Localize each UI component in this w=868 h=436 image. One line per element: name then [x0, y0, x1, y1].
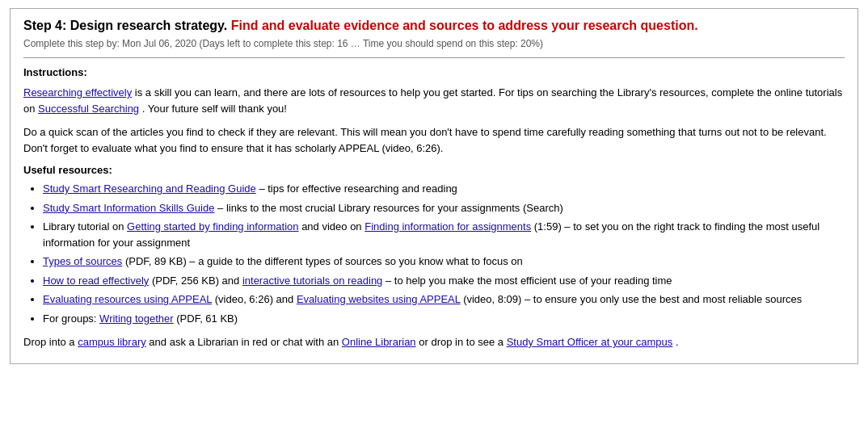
main-container: Step 4: Design research strategy. Find a… — [10, 8, 858, 364]
divider — [23, 57, 845, 58]
link-writing-together[interactable]: Writing together — [99, 312, 174, 325]
step-title: Step 4: Design research strategy. Find a… — [23, 19, 845, 33]
link-campus-library[interactable]: campus library — [78, 336, 146, 348]
list-item: Types of sources (PDF, 89 KB) – a guide … — [43, 254, 845, 270]
list-item: Library tutorial on Getting started by f… — [43, 219, 845, 250]
list-item: How to read effectively (PDF, 256 KB) an… — [43, 273, 845, 289]
link-how-to-read[interactable]: How to read effectively — [43, 275, 149, 287]
list-item: Study Smart Information Skills Guide – l… — [43, 200, 845, 216]
paragraph-2: Do a quick scan of the articles you find… — [23, 124, 845, 156]
link-types-of-sources[interactable]: Types of sources — [43, 255, 122, 267]
link-evaluating-resources[interactable]: Evaluating resources using APPEAL — [43, 293, 212, 305]
step-title-plain: Step 4: Design research strategy. — [23, 19, 231, 32]
link-study-smart-officer[interactable]: Study Smart Officer at your campus — [507, 336, 673, 348]
instructions-label: Instructions: — [23, 66, 845, 78]
link-researching-effectively[interactable]: Researching effectively — [23, 86, 132, 99]
link-evaluating-websites[interactable]: Evaluating websites using APPEAL — [297, 293, 461, 305]
link-online-librarian[interactable]: Online Librarian — [342, 336, 416, 348]
step-title-highlight: Find and evaluate evidence and sources t… — [231, 19, 698, 32]
footer-text: Drop into a campus library and ask a Lib… — [23, 334, 845, 350]
link-study-smart-research[interactable]: Study Smart Researching and Reading Guid… — [43, 182, 256, 195]
list-item: For groups: Writing together (PDF, 61 KB… — [43, 311, 845, 327]
useful-resources-label: Useful resources: — [23, 164, 845, 176]
link-interactive-reading[interactable]: interactive tutorials on reading — [242, 275, 382, 287]
complete-by-text: Complete this step by: Mon Jul 06, 2020 … — [23, 38, 845, 49]
list-item: Evaluating resources using APPEAL (video… — [43, 291, 845, 308]
link-getting-started[interactable]: Getting started by finding information — [127, 220, 298, 233]
resources-list: Study Smart Researching and Reading Guid… — [43, 181, 845, 326]
paragraph-1: Researching effectively is a skill you c… — [23, 85, 845, 116]
list-item: Study Smart Researching and Reading Guid… — [43, 181, 845, 197]
link-finding-information[interactable]: Finding information for assignments — [364, 220, 531, 233]
link-successful-searching[interactable]: Successful Searching — [38, 103, 139, 115]
link-study-smart-info[interactable]: Study Smart Information Skills Guide — [43, 202, 214, 214]
